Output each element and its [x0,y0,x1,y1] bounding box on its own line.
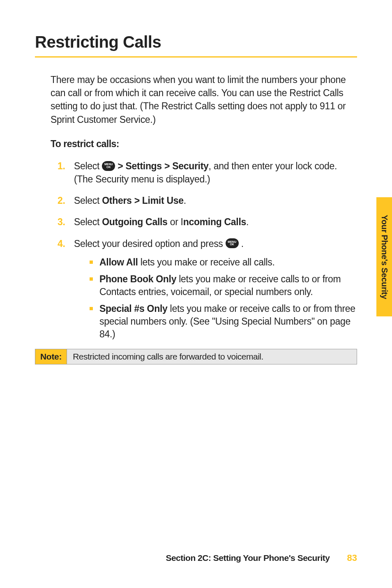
option-phone-book-only: Phone Book Only lets you make or receive… [90,273,357,298]
note-text: Restricted incoming calls are forwarded … [67,349,357,364]
step-2-suffix: . [184,195,186,206]
step-1: Select MENU OK > Settings > Security, an… [58,159,357,186]
step-3-suffix: . [246,217,249,227]
step-3-prefix: Select [74,217,102,227]
option-special-numbers-only-label: Special #s Only [99,303,168,314]
step-1-bold: > Settings > Security [118,161,208,171]
menu-ok-icon-label: MENU OK [226,241,239,246]
step-2-bold: Others > Limit Use [102,195,183,206]
footer-section-label: Section 2C: Setting Your Phone's Securit… [166,553,330,563]
option-phone-book-only-label: Phone Book Only [99,274,176,284]
step-4: Select your desired option and press MEN… [58,237,357,341]
menu-ok-icon: MENU OK [226,238,239,248]
option-allow-all-text: lets you make or receive all calls. [138,257,275,267]
menu-ok-icon-label: MENU OK [102,163,115,168]
step-4-prefix: Select your desired option and press [74,238,226,249]
step-1-prefix: Select [74,161,102,171]
steps-list: Select MENU OK > Settings > Security, an… [35,159,357,341]
note-label: Note: [35,349,67,364]
options-list: Allow All lets you make or receive all c… [74,256,357,341]
menu-ok-icon: MENU OK [102,161,115,171]
page-footer: Section 2C: Setting Your Phone's Securit… [166,553,357,563]
intro-paragraph: There may be occasions when you want to … [35,73,357,126]
step-3-bold-1: Outgoing Calls [102,217,167,227]
step-2-prefix: Select [74,195,102,206]
side-tab-label: Your Phone's Security [380,215,389,299]
page-title: Restricting Calls [35,33,357,58]
step-3: Select Outgoing Calls or Incoming Calls. [58,215,357,228]
side-tab: Your Phone's Security [376,197,392,316]
option-special-numbers-only: Special #s Only lets you make or receive… [90,302,357,341]
subheading: To restrict calls: [35,138,357,150]
option-allow-all-label: Allow All [99,257,138,267]
note-box: Note: Restricted incoming calls are forw… [35,349,357,364]
step-3-bold-2: ncoming Calls [183,217,246,227]
step-3-mid: or I [168,217,183,227]
step-2: Select Others > Limit Use. [58,194,357,207]
footer-page-number: 83 [347,553,357,563]
step-4-suffix: . [239,238,244,249]
option-allow-all: Allow All lets you make or receive all c… [90,256,357,269]
